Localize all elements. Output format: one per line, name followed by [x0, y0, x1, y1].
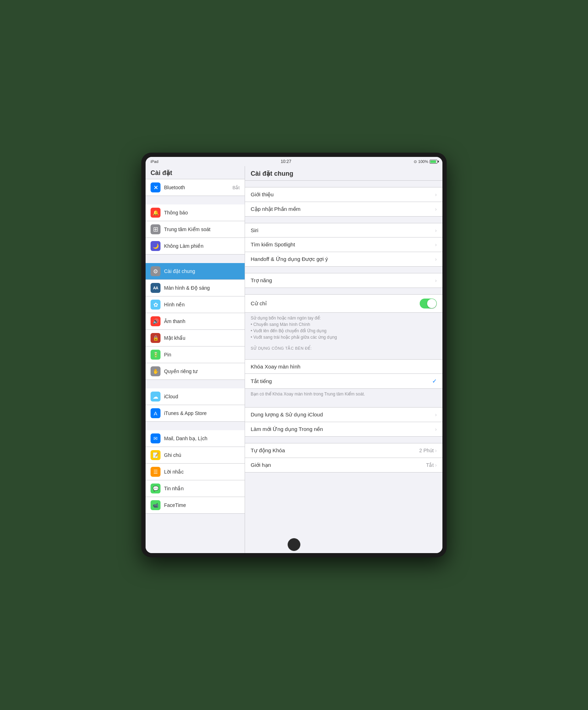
gestures-toggle[interactable]	[420, 299, 437, 308]
sidebar-item-general[interactable]: ⚙ Cài đặt chung	[146, 263, 245, 280]
group-auto-lock: Tự động Khóa 2 Phút › Giới hạn Tắt ›	[245, 443, 442, 473]
gestures-note: Sử dụng bốn hoặc năm ngón tay để: • Chuy…	[245, 313, 442, 344]
ipad-screen: iPad 10:27 ⊙ 100% Cài đặt ⨯ Bluetooth Bắ…	[146, 157, 442, 553]
siri-row[interactable]: Siri ›	[245, 223, 442, 237]
sidebar-item-privacy[interactable]: ✋ Quyền riêng tư	[146, 363, 245, 380]
sidebar-item-control-center[interactable]: ⊞ Trung tâm Kiểm soát	[146, 221, 245, 238]
sounds-label: Âm thanh	[164, 318, 240, 324]
ipad-frame: iPad 10:27 ⊙ 100% Cài đặt ⨯ Bluetooth Bắ…	[141, 153, 447, 557]
sidebar-item-messages[interactable]: 💬 Tin nhắn	[146, 480, 245, 497]
spotlight-row[interactable]: Tìm kiếm Spotlight ›	[245, 237, 442, 252]
accessibility-chevron: ›	[435, 278, 437, 283]
auto-lock-row[interactable]: Tự động Khóa 2 Phút ›	[245, 443, 442, 458]
status-bar: iPad 10:27 ⊙ 100%	[146, 157, 442, 166]
general-label: Cài đặt chung	[164, 268, 240, 274]
software-update-chevron: ›	[435, 206, 437, 212]
sounds-icon: 🔊	[151, 316, 160, 326]
notes-icon: 📝	[151, 450, 160, 460]
icloud-storage-label: Dung lượng & Sử dụng iCloud	[251, 411, 435, 418]
facetime-icon: 📹	[151, 500, 160, 510]
accessibility-label: Trợ năng	[251, 277, 435, 284]
right-panel: Cài đặt chung Giới thiệu › Cập nhật Phần…	[245, 166, 442, 553]
restrictions-label: Giới hạn	[251, 462, 426, 468]
status-right: ⊙ 100%	[414, 159, 437, 164]
sidebar-gap-1	[146, 196, 245, 204]
handoff-chevron: ›	[435, 256, 437, 262]
battery-percent: 100%	[418, 159, 428, 164]
battery-fill	[430, 160, 436, 163]
messages-icon: 💬	[151, 484, 160, 493]
sidebar-item-wallpaper[interactable]: ✿ Hình nền	[146, 296, 245, 313]
about-row[interactable]: Giới thiệu ›	[245, 187, 442, 202]
sidebar-item-bluetooth[interactable]: ⨯ Bluetooth Bắt	[146, 179, 245, 196]
mute-row[interactable]: Tắt tiếng ✓	[245, 374, 442, 388]
group-about: Giới thiệu › Cập nhật Phần mềm ›	[245, 187, 442, 217]
control-center-label: Trung tâm Kiểm soát	[164, 226, 240, 232]
icloud-storage-chevron: ›	[435, 412, 437, 417]
accessibility-row[interactable]: Trợ năng ›	[245, 273, 442, 288]
messages-label: Tin nhắn	[164, 486, 240, 491]
icloud-label: iCloud	[164, 394, 240, 399]
sidebar-item-reminders[interactable]: ☰ Lời nhắc	[146, 464, 245, 480]
sidebar-item-facetime[interactable]: 📹 FaceTime	[146, 497, 245, 514]
auto-lock-label: Tự động Khóa	[251, 447, 419, 454]
group-icloud-storage: Dung lượng & Sử dụng iCloud › Làm mới Ứn…	[245, 407, 442, 437]
group-side-switch: Khóa Xoay màn hình Tắt tiếng ✓	[245, 359, 442, 389]
home-button[interactable]	[288, 538, 300, 551]
sidebar-item-display[interactable]: AA Màn hình & Độ sáng	[146, 280, 245, 296]
group-accessibility: Trợ năng ›	[245, 273, 442, 288]
passcode-label: Mật khẩu	[164, 335, 240, 341]
icloud-storage-row[interactable]: Dung lượng & Sử dụng iCloud ›	[245, 408, 442, 422]
background-refresh-chevron: ›	[435, 426, 437, 432]
bluetooth-value: Bắt	[233, 185, 240, 190]
itunes-icon: A	[151, 408, 160, 418]
location-icon: ⊙	[414, 159, 417, 164]
auto-lock-chevron: ›	[435, 448, 437, 453]
about-label: Giới thiệu	[251, 191, 435, 198]
gestures-label: Cử chỉ	[251, 300, 420, 307]
spotlight-chevron: ›	[435, 242, 437, 247]
siri-label: Siri	[251, 227, 435, 233]
device-label: iPad	[151, 159, 158, 164]
reminders-label: Lời nhắc	[164, 469, 240, 475]
main-content: Cài đặt ⨯ Bluetooth Bắt 🔔 Thông báo ⊞ Tr…	[146, 166, 442, 553]
battery-sidebar-icon: 🔋	[151, 350, 160, 360]
background-refresh-label: Làm mới Ứng dụng Trong nền	[251, 426, 435, 432]
wallpaper-label: Hình nền	[164, 302, 240, 307]
privacy-label: Quyền riêng tư	[164, 368, 240, 374]
notifications-icon: 🔔	[151, 208, 160, 218]
background-refresh-row[interactable]: Làm mới Ứng dụng Trong nền ›	[245, 422, 442, 436]
bluetooth-label: Bluetooth	[164, 185, 233, 190]
wallpaper-icon: ✿	[151, 300, 160, 310]
toggle-knob	[427, 299, 436, 308]
about-chevron: ›	[435, 192, 437, 197]
restrictions-value: Tắt	[426, 462, 434, 468]
time: 10:27	[281, 159, 291, 164]
sidebar-item-mail[interactable]: ✉ Mail, Danh bạ, Lịch	[146, 430, 245, 447]
sidebar-header: Cài đặt	[146, 166, 245, 179]
display-icon: AA	[151, 283, 160, 293]
sidebar-gap-4	[146, 422, 245, 430]
sidebar-item-battery[interactable]: 🔋 Pin	[146, 346, 245, 363]
itunes-label: iTunes & App Store	[164, 410, 240, 416]
mute-note: Bạn có thể Khóa Xoay màn hình trong Trun…	[245, 389, 442, 401]
dnd-icon: 🌙	[151, 241, 160, 251]
side-switch-label: SỬ DỤNG CÔNG TẮC BÊN ĐỂ:	[245, 344, 442, 352]
sidebar-item-itunes[interactable]: A iTunes & App Store	[146, 405, 245, 422]
sidebar-item-passcode[interactable]: 🔒 Mật khẩu	[146, 330, 245, 346]
sidebar-item-notifications[interactable]: 🔔 Thông báo	[146, 204, 245, 221]
display-label: Màn hình & Độ sáng	[164, 285, 240, 291]
sidebar-item-sounds[interactable]: 🔊 Âm thanh	[146, 313, 245, 330]
software-update-row[interactable]: Cập nhật Phần mềm ›	[245, 202, 442, 216]
mail-label: Mail, Danh bạ, Lịch	[164, 436, 240, 441]
siri-chevron: ›	[435, 228, 437, 233]
sidebar-item-dnd[interactable]: 🌙 Không Làm phiền	[146, 238, 245, 255]
lock-rotation-row[interactable]: Khóa Xoay màn hình	[245, 360, 442, 374]
facetime-label: FaceTime	[164, 502, 240, 508]
sidebar-item-icloud[interactable]: ☁ iCloud	[146, 388, 245, 405]
gestures-row[interactable]: Cử chỉ	[245, 295, 442, 312]
software-update-label: Cập nhật Phần mềm	[251, 206, 435, 212]
sidebar-item-notes[interactable]: 📝 Ghi chú	[146, 447, 245, 464]
handoff-row[interactable]: Handoff & Ứng dụng Được gợi ý ›	[245, 252, 442, 266]
restrictions-row[interactable]: Giới hạn Tắt ›	[245, 458, 442, 472]
